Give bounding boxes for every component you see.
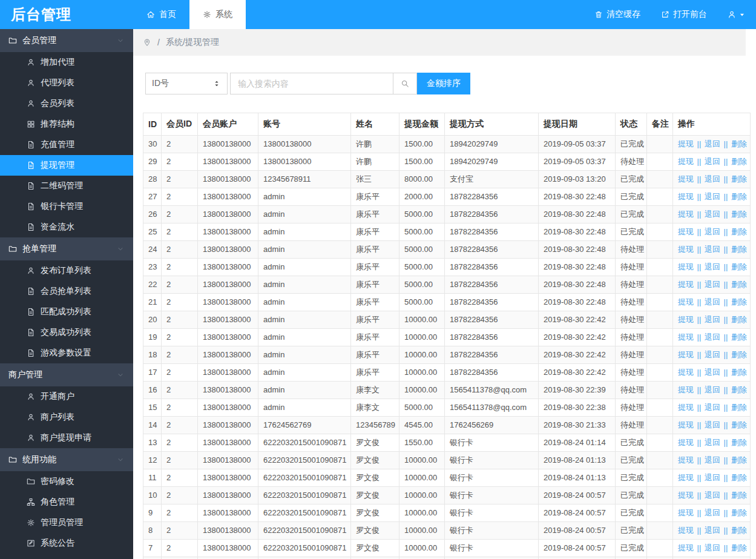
row-action-return[interactable]: 退回 (705, 210, 720, 219)
sidebar-item[interactable]: 资金流水 (0, 217, 133, 237)
row-action-return[interactable]: 退回 (705, 368, 720, 377)
sidebar-item[interactable]: 会员列表 (0, 93, 133, 114)
row-action-return[interactable]: 退回 (705, 297, 720, 306)
row-action-return[interactable]: 退回 (705, 438, 720, 447)
row-action-return[interactable]: 退回 (705, 473, 720, 482)
tab-home[interactable]: 首页 (133, 0, 189, 29)
sidebar-section-header[interactable]: 商户管理 (0, 363, 133, 386)
row-action-return[interactable]: 退回 (705, 508, 720, 517)
sidebar-item[interactable]: 二维码管理 (0, 176, 133, 196)
row-action-return[interactable]: 退回 (705, 332, 720, 342)
row-action-return[interactable]: 退回 (705, 227, 720, 236)
row-action-withdraw[interactable]: 提现 (678, 543, 694, 552)
row-action-withdraw[interactable]: 提现 (678, 508, 694, 517)
sidebar-section-header[interactable]: 统用功能 (0, 448, 133, 471)
row-action-return[interactable]: 退回 (705, 174, 720, 184)
sidebar-item[interactable]: 充值管理 (0, 134, 133, 155)
row-action-withdraw[interactable]: 提现 (678, 227, 694, 236)
search-field-select[interactable]: ID号 (145, 73, 228, 94)
row-action-delete[interactable]: 删除 (731, 403, 747, 412)
row-action-delete[interactable]: 删除 (731, 227, 747, 236)
row-action-delete[interactable]: 删除 (731, 174, 747, 184)
row-action-delete[interactable]: 删除 (731, 491, 747, 500)
row-action-delete[interactable]: 删除 (731, 438, 747, 447)
row-action-withdraw[interactable]: 提现 (678, 526, 694, 535)
row-action-return[interactable]: 退回 (705, 157, 720, 166)
row-action-delete[interactable]: 删除 (731, 157, 747, 166)
row-action-withdraw[interactable]: 提现 (678, 192, 694, 201)
sidebar-item[interactable]: 增加代理 (0, 52, 133, 73)
row-action-delete[interactable]: 删除 (731, 385, 747, 394)
search-button[interactable] (393, 73, 417, 94)
sidebar-item[interactable]: 角色管理 (0, 492, 133, 512)
row-action-withdraw[interactable]: 提现 (678, 139, 694, 148)
clear-cache-button[interactable]: 清空缓存 (594, 9, 640, 20)
search-input[interactable] (230, 73, 393, 94)
sidebar-item[interactable]: 代理列表 (0, 73, 133, 93)
sidebar-item[interactable]: 管理员管理 (0, 512, 133, 533)
row-action-withdraw[interactable]: 提现 (678, 245, 694, 254)
row-action-return[interactable]: 退回 (705, 139, 720, 148)
row-action-return[interactable]: 退回 (705, 543, 720, 552)
row-action-withdraw[interactable]: 提现 (678, 420, 694, 429)
row-action-withdraw[interactable]: 提现 (678, 438, 694, 447)
sidebar-section-header[interactable]: 会员管理 (0, 29, 133, 52)
sidebar-item[interactable]: 开通商户 (0, 386, 133, 407)
row-action-return[interactable]: 退回 (705, 455, 720, 465)
row-action-delete[interactable]: 删除 (731, 297, 747, 306)
sidebar-item[interactable]: 系统公告 (0, 533, 133, 554)
row-action-withdraw[interactable]: 提现 (678, 385, 694, 394)
sidebar-item[interactable]: 匹配成功列表 (0, 302, 133, 322)
row-action-delete[interactable]: 删除 (731, 315, 747, 324)
amount-sort-button[interactable]: 金额排序 (417, 73, 470, 94)
row-action-withdraw[interactable]: 提现 (678, 368, 694, 377)
sidebar-item[interactable]: 银行卡管理 (0, 196, 133, 217)
open-frontend-button[interactable]: 打开前台 (661, 9, 707, 20)
row-action-return[interactable]: 退回 (705, 262, 720, 271)
row-action-delete[interactable]: 删除 (731, 368, 747, 377)
tab-system[interactable]: 系统 (189, 0, 246, 29)
row-action-return[interactable]: 退回 (705, 315, 720, 324)
row-action-withdraw[interactable]: 提现 (678, 174, 694, 184)
row-action-delete[interactable]: 删除 (731, 473, 747, 482)
row-action-return[interactable]: 退回 (705, 420, 720, 429)
row-action-withdraw[interactable]: 提现 (678, 157, 694, 166)
row-action-return[interactable]: 退回 (705, 280, 720, 289)
row-action-delete[interactable]: 删除 (731, 543, 747, 552)
row-action-delete[interactable]: 删除 (731, 262, 747, 271)
row-action-delete[interactable]: 删除 (731, 455, 747, 465)
row-action-delete[interactable]: 删除 (731, 192, 747, 201)
row-action-delete[interactable]: 删除 (731, 350, 747, 359)
row-action-withdraw[interactable]: 提现 (678, 297, 694, 306)
row-action-withdraw[interactable]: 提现 (678, 210, 694, 219)
row-action-withdraw[interactable]: 提现 (678, 262, 694, 271)
row-action-return[interactable]: 退回 (705, 403, 720, 412)
row-action-withdraw[interactable]: 提现 (678, 280, 694, 289)
row-action-withdraw[interactable]: 提现 (678, 332, 694, 342)
sidebar-item[interactable]: 商户列表 (0, 407, 133, 428)
sidebar-item[interactable]: 提现管理 (0, 155, 133, 176)
row-action-delete[interactable]: 删除 (731, 245, 747, 254)
user-menu[interactable] (728, 10, 746, 19)
row-action-withdraw[interactable]: 提现 (678, 403, 694, 412)
row-action-return[interactable]: 退回 (705, 526, 720, 535)
row-action-delete[interactable]: 删除 (731, 526, 747, 535)
row-action-withdraw[interactable]: 提现 (678, 315, 694, 324)
row-action-return[interactable]: 退回 (705, 385, 720, 394)
row-action-return[interactable]: 退回 (705, 491, 720, 500)
row-action-withdraw[interactable]: 提现 (678, 350, 694, 359)
sidebar-item[interactable]: 商户提现申请 (0, 428, 133, 448)
row-action-delete[interactable]: 删除 (731, 508, 747, 517)
row-action-delete[interactable]: 删除 (731, 332, 747, 342)
sidebar-item[interactable]: 密码修改 (0, 471, 133, 492)
row-action-delete[interactable]: 删除 (731, 210, 747, 219)
row-action-withdraw[interactable]: 提现 (678, 455, 694, 465)
sidebar-item[interactable]: 会员抢单列表 (0, 281, 133, 302)
sidebar-section-header[interactable]: 抢单管理 (0, 237, 133, 260)
row-action-withdraw[interactable]: 提现 (678, 491, 694, 500)
sidebar-item[interactable]: 推荐结构 (0, 114, 133, 134)
row-action-return[interactable]: 退回 (705, 245, 720, 254)
sidebar-item[interactable]: 交易成功列表 (0, 322, 133, 343)
sidebar-item[interactable]: 游戏参数设置 (0, 343, 133, 363)
row-action-delete[interactable]: 删除 (731, 420, 747, 429)
